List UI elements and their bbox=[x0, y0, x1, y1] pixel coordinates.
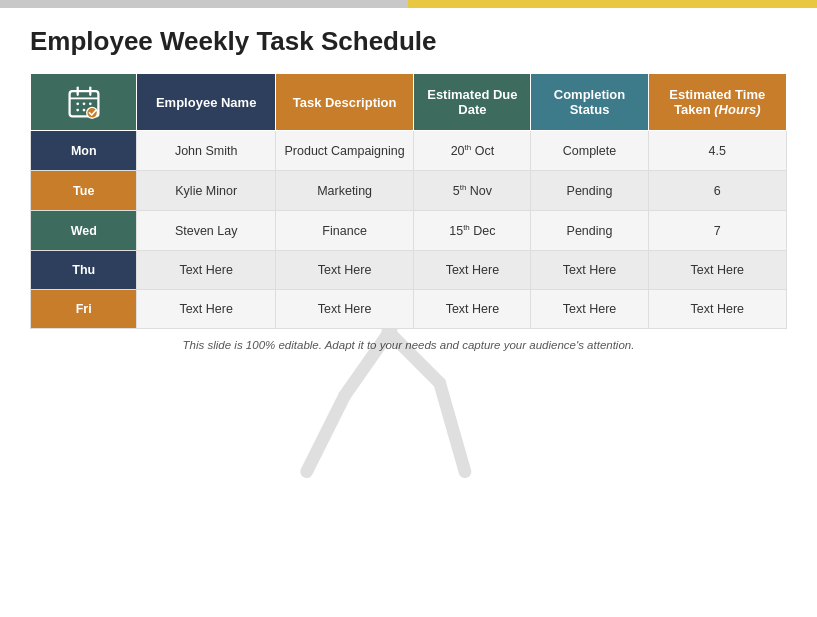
table-header: Employee Name Task Description Estimated… bbox=[31, 74, 787, 131]
duedate-cell: Text Here bbox=[414, 251, 531, 290]
header-duedate: Estimated Due Date bbox=[414, 74, 531, 131]
duedate-cell: Text Here bbox=[414, 290, 531, 329]
header-task: Task Description bbox=[275, 74, 413, 131]
svg-line-7 bbox=[440, 383, 465, 472]
table-row: ThuText HereText HereText HereText HereT… bbox=[31, 251, 787, 290]
completion-cell: Complete bbox=[531, 131, 648, 171]
task-cell: Text Here bbox=[275, 251, 413, 290]
header-time: Estimated Time Taken (Hours) bbox=[648, 74, 786, 131]
svg-line-6 bbox=[307, 396, 345, 472]
time-cell: Text Here bbox=[648, 290, 786, 329]
table-row: FriText HereText HereText HereText HereT… bbox=[31, 290, 787, 329]
header-employee: Employee Name bbox=[137, 74, 275, 131]
employee-cell: Kylie Minor bbox=[137, 171, 275, 211]
svg-point-15 bbox=[82, 102, 85, 105]
task-cell: Finance bbox=[275, 211, 413, 251]
completion-cell: Text Here bbox=[531, 290, 648, 329]
task-cell: Text Here bbox=[275, 290, 413, 329]
svg-point-17 bbox=[76, 109, 79, 112]
svg-point-18 bbox=[82, 109, 85, 112]
employee-cell: Text Here bbox=[137, 290, 275, 329]
header-completion: Completion Status bbox=[531, 74, 648, 131]
svg-point-16 bbox=[89, 102, 92, 105]
top-bar bbox=[0, 0, 817, 8]
employee-cell: Text Here bbox=[137, 251, 275, 290]
duedate-cell: 15th Dec bbox=[414, 211, 531, 251]
time-cell: Text Here bbox=[648, 251, 786, 290]
schedule-table: Employee Name Task Description Estimated… bbox=[30, 73, 787, 329]
day-cell-wed: Wed bbox=[31, 211, 137, 251]
day-cell-thu: Thu bbox=[31, 251, 137, 290]
table-wrapper: Employee Name Task Description Estimated… bbox=[30, 73, 787, 329]
employee-cell: John Smith bbox=[137, 131, 275, 171]
duedate-cell: 20th Oct bbox=[414, 131, 531, 171]
table-row: TueKylie MinorMarketing5th NovPending6 bbox=[31, 171, 787, 211]
employee-cell: Steven Lay bbox=[137, 211, 275, 251]
day-cell-mon: Mon bbox=[31, 131, 137, 171]
footer-note: This slide is 100% editable. Adapt it to… bbox=[30, 339, 787, 351]
main-container: Employee Weekly Task Schedule bbox=[0, 8, 817, 361]
header-day-icon bbox=[31, 74, 137, 131]
task-cell: Product Campaigning bbox=[275, 131, 413, 171]
time-cell: 4.5 bbox=[648, 131, 786, 171]
table-row: WedSteven LayFinance15th DecPending7 bbox=[31, 211, 787, 251]
calendar-icon bbox=[37, 84, 130, 120]
table-row: MonJohn SmithProduct Campaigning20th Oct… bbox=[31, 131, 787, 171]
day-cell-tue: Tue bbox=[31, 171, 137, 211]
svg-point-14 bbox=[76, 102, 79, 105]
completion-cell: Pending bbox=[531, 171, 648, 211]
task-cell: Marketing bbox=[275, 171, 413, 211]
table-body: MonJohn SmithProduct Campaigning20th Oct… bbox=[31, 131, 787, 329]
time-cell: 7 bbox=[648, 211, 786, 251]
page-title: Employee Weekly Task Schedule bbox=[30, 26, 787, 57]
svg-point-19 bbox=[86, 107, 97, 118]
completion-cell: Pending bbox=[531, 211, 648, 251]
completion-cell: Text Here bbox=[531, 251, 648, 290]
time-cell: 6 bbox=[648, 171, 786, 211]
day-cell-fri: Fri bbox=[31, 290, 137, 329]
duedate-cell: 5th Nov bbox=[414, 171, 531, 211]
